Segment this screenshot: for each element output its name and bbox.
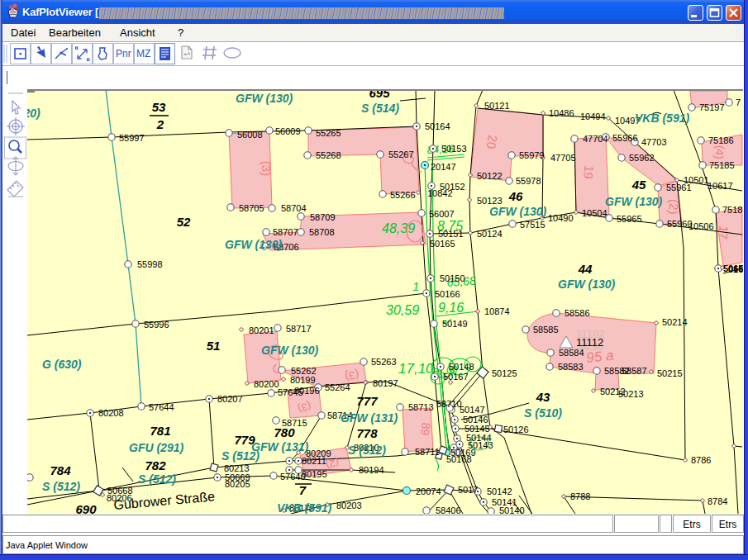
svg-text:50142: 50142 bbox=[487, 486, 512, 496]
svg-text:58711: 58711 bbox=[415, 447, 440, 457]
svg-text:VKB (591): VKB (591) bbox=[277, 501, 331, 514]
svg-text:58707: 58707 bbox=[273, 227, 298, 237]
svg-text:58704: 58704 bbox=[281, 203, 307, 213]
svg-text:50140: 50140 bbox=[499, 505, 525, 514]
svg-text:7: 7 bbox=[736, 97, 741, 107]
svg-text:58709: 58709 bbox=[310, 212, 336, 222]
svg-text:75197: 75197 bbox=[699, 102, 725, 112]
svg-text:(2): (2) bbox=[666, 199, 682, 216]
svg-text:47704: 47704 bbox=[583, 134, 608, 144]
svg-text:55265: 55265 bbox=[316, 128, 341, 138]
svg-text:8784: 8784 bbox=[708, 496, 727, 506]
svg-text:10486: 10486 bbox=[549, 108, 574, 118]
svg-text:S (512): S (512) bbox=[348, 444, 386, 457]
svg-text:50122: 50122 bbox=[477, 171, 503, 181]
svg-text:58713: 58713 bbox=[408, 402, 434, 412]
svg-text:30,59: 30,59 bbox=[386, 303, 419, 317]
svg-text:80211: 80211 bbox=[302, 456, 326, 466]
svg-text:89: 89 bbox=[418, 422, 432, 436]
svg-text:GFW (130): GFW (130) bbox=[225, 238, 283, 251]
svg-text:55996: 55996 bbox=[144, 320, 169, 330]
svg-text:50215: 50215 bbox=[657, 368, 683, 378]
svg-text:53: 53 bbox=[152, 100, 166, 114]
svg-text:50167: 50167 bbox=[443, 372, 469, 382]
svg-text:80199: 80199 bbox=[290, 375, 316, 385]
svg-text:50168: 50168 bbox=[446, 454, 472, 464]
svg-text:47705: 47705 bbox=[550, 153, 576, 163]
svg-text:10490: 10490 bbox=[548, 213, 574, 223]
svg-text:20: 20 bbox=[484, 134, 501, 149]
svg-text:58705: 58705 bbox=[239, 203, 264, 213]
svg-text:690: 690 bbox=[75, 502, 97, 514]
svg-text:75185: 75185 bbox=[709, 160, 735, 170]
svg-text:55978: 55978 bbox=[516, 176, 541, 186]
svg-text:52: 52 bbox=[177, 215, 191, 229]
svg-text:GFW (131): GFW (131) bbox=[251, 440, 309, 453]
svg-text:55966: 55966 bbox=[612, 133, 638, 143]
svg-text:58708: 58708 bbox=[309, 227, 335, 237]
svg-text:50165: 50165 bbox=[430, 239, 455, 249]
svg-text:17: 17 bbox=[716, 225, 731, 240]
svg-text:80203: 80203 bbox=[336, 501, 362, 510]
svg-text:51: 51 bbox=[207, 339, 221, 353]
svg-text:S (512): S (512) bbox=[138, 472, 176, 486]
svg-text:50164: 50164 bbox=[425, 121, 450, 131]
svg-text:80207: 80207 bbox=[217, 394, 243, 404]
svg-text:80200: 80200 bbox=[254, 379, 279, 389]
svg-text:GFW (130): GFW (130) bbox=[489, 205, 547, 218]
svg-text:75186: 75186 bbox=[708, 135, 734, 145]
svg-text:(4): (4) bbox=[712, 145, 727, 159]
svg-text:56008: 56008 bbox=[237, 130, 263, 140]
svg-text:58586: 58586 bbox=[565, 308, 590, 318]
svg-text:50166: 50166 bbox=[435, 289, 460, 299]
svg-text:782: 782 bbox=[145, 458, 166, 472]
svg-text:56007: 56007 bbox=[429, 209, 455, 219]
svg-text:G (630): G (630) bbox=[42, 358, 82, 371]
svg-text:45: 45 bbox=[631, 178, 646, 192]
svg-text:55266: 55266 bbox=[390, 190, 416, 200]
svg-text:50149: 50149 bbox=[442, 319, 468, 329]
svg-text:784: 784 bbox=[50, 463, 71, 477]
svg-text:VKB (591): VKB (591) bbox=[635, 112, 689, 125]
svg-text:20147: 20147 bbox=[431, 162, 456, 172]
svg-text:58710: 58710 bbox=[436, 399, 462, 409]
svg-text:(3): (3) bbox=[344, 368, 360, 384]
svg-text:44: 44 bbox=[578, 262, 593, 276]
svg-text:55268: 55268 bbox=[316, 150, 341, 160]
svg-text:778: 778 bbox=[356, 426, 378, 440]
svg-text:GFW (130): GFW (130) bbox=[261, 344, 319, 357]
svg-text:10504: 10504 bbox=[582, 208, 607, 218]
svg-text:56009: 56009 bbox=[275, 126, 301, 136]
svg-text:10494: 10494 bbox=[580, 112, 606, 121]
svg-text:50125: 50125 bbox=[492, 368, 517, 378]
svg-text:5017: 5017 bbox=[458, 485, 478, 495]
svg-text:7518: 7518 bbox=[722, 205, 742, 215]
svg-text:57645: 57645 bbox=[278, 387, 303, 397]
svg-text:10506: 10506 bbox=[688, 221, 714, 231]
svg-text:10842: 10842 bbox=[427, 188, 453, 198]
svg-text:19: 19 bbox=[581, 164, 596, 179]
svg-text:55263: 55263 bbox=[371, 357, 397, 367]
svg-text:50124: 50124 bbox=[477, 229, 503, 239]
svg-text:(520): (520) bbox=[27, 107, 40, 120]
svg-text:17,10: 17,10 bbox=[398, 361, 434, 377]
svg-text:50153: 50153 bbox=[441, 144, 467, 154]
svg-text:0165: 0165 bbox=[728, 264, 743, 274]
svg-text:57640: 57640 bbox=[280, 472, 306, 482]
svg-text:58587: 58587 bbox=[622, 366, 647, 376]
svg-text:2: 2 bbox=[156, 117, 164, 131]
svg-text:50148: 50148 bbox=[449, 362, 474, 372]
svg-text:GFW (131): GFW (131) bbox=[341, 411, 398, 425]
svg-text:S (514): S (514) bbox=[361, 102, 399, 115]
svg-text:50147: 50147 bbox=[460, 405, 485, 415]
svg-text:GFU (291): GFU (291) bbox=[129, 441, 183, 454]
svg-text:S (512): S (512) bbox=[42, 480, 80, 493]
svg-text:58584: 58584 bbox=[559, 348, 584, 358]
svg-text:781: 781 bbox=[150, 424, 170, 438]
svg-text:50151: 50151 bbox=[438, 229, 464, 239]
svg-text:10501: 10501 bbox=[684, 175, 709, 185]
svg-text:80201: 80201 bbox=[249, 325, 274, 335]
svg-text:50126: 50126 bbox=[503, 425, 529, 434]
svg-text:58406: 58406 bbox=[436, 505, 461, 514]
svg-text:55979: 55979 bbox=[519, 150, 545, 160]
